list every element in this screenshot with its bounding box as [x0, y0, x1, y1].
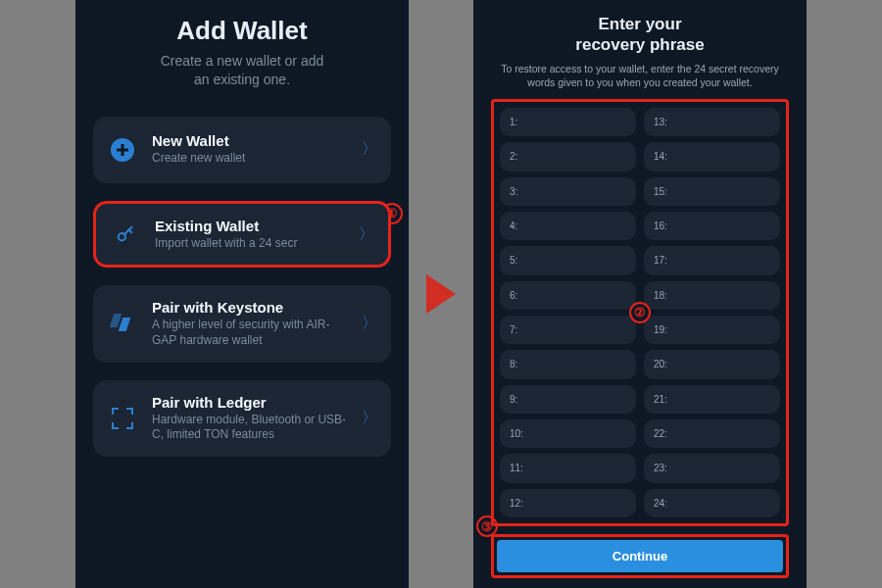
option-title: Pair with Keystone [152, 299, 348, 316]
option-desc: Create new wallet [152, 151, 348, 167]
chevron-right-icon: 〉 [362, 408, 377, 428]
recovery-word-input[interactable]: 10: [500, 419, 636, 448]
recovery-word-input[interactable]: 11: [500, 454, 636, 482]
chevron-right-icon: 〉 [359, 224, 374, 245]
recovery-word-input[interactable]: 8: [500, 350, 636, 378]
page-title: Enter your recovery phrase [491, 14, 789, 56]
flow-arrow-icon [426, 274, 456, 314]
option-existing-wallet[interactable]: Existing Wallet Import wallet with a 24 … [93, 201, 391, 269]
option-desc: Hardware module, Bluetooth or USB-C, lim… [152, 413, 348, 443]
option-desc: Import wallet with a 24 secr [155, 236, 345, 252]
step-callout-3: ③ [476, 515, 498, 537]
recovery-word-input[interactable]: 2: [500, 142, 636, 171]
recovery-word-input[interactable]: 5: [500, 246, 636, 274]
ledger-icon [107, 403, 138, 434]
recovery-word-input[interactable]: 23: [644, 454, 780, 482]
subtitle-line: Create a new wallet or add [161, 53, 324, 69]
recovery-word-input[interactable]: 13: [644, 108, 780, 136]
page-subtitle: Create a new wallet or add an existing o… [93, 52, 391, 89]
page-title: Add Wallet [93, 16, 391, 46]
option-desc: A higher level of security with AIR-GAP … [152, 318, 348, 348]
chevron-right-icon: 〉 [362, 139, 377, 160]
recovery-word-input[interactable]: 21: [644, 385, 780, 414]
recovery-word-grid-container: ② 1:13:2:14:3:15:4:16:5:17:6:18:7:19:8:2… [491, 99, 789, 526]
recovery-word-input[interactable]: 4: [500, 212, 636, 240]
option-pair-keystone[interactable]: Pair with Keystone A higher level of sec… [93, 285, 391, 362]
chevron-right-icon: 〉 [362, 314, 377, 334]
wallet-option-list: ① New Wallet Create new wallet 〉 Existin… [93, 117, 391, 457]
recovery-word-input[interactable]: 16: [644, 212, 780, 240]
recovery-word-input[interactable]: 9: [500, 385, 636, 414]
recovery-word-input[interactable]: 15: [644, 177, 780, 206]
recovery-word-input[interactable]: 7: [500, 316, 636, 344]
recovery-phrase-screen: Enter your recovery phrase To restore ac… [473, 0, 807, 588]
recovery-word-input[interactable]: 24: [644, 489, 780, 517]
recovery-word-input[interactable]: 18: [644, 281, 780, 310]
option-title: Existing Wallet [155, 218, 345, 234]
recovery-word-input[interactable]: 1: [500, 108, 636, 136]
recovery-word-input[interactable]: 12: [500, 489, 636, 517]
recovery-word-input[interactable]: 3: [500, 177, 636, 206]
keystone-icon [107, 308, 138, 339]
recovery-word-input[interactable]: 6: [500, 281, 636, 310]
option-title: New Wallet [152, 132, 348, 149]
continue-button-highlight: ③ Continue [491, 534, 789, 578]
option-pair-ledger[interactable]: Pair with Ledger Hardware module, Blueto… [93, 380, 391, 457]
subtitle-line: an existing one. [194, 72, 290, 87]
plus-circle-icon [107, 134, 138, 166]
option-new-wallet[interactable]: New Wallet Create new wallet 〉 [93, 117, 391, 183]
title-line: recovery phrase [575, 35, 704, 54]
recovery-word-input[interactable]: 17: [644, 246, 780, 274]
title-line: Enter your [598, 15, 681, 33]
recovery-word-input[interactable]: 19: [644, 316, 780, 344]
add-wallet-screen: Add Wallet Create a new wallet or add an… [75, 0, 409, 588]
continue-button[interactable]: Continue [497, 540, 783, 572]
page-subtitle: To restore access to your wallet, enter … [491, 62, 789, 89]
recovery-word-input[interactable]: 22: [644, 419, 780, 448]
recovery-word-input[interactable]: 20: [644, 350, 780, 378]
key-icon [110, 219, 141, 250]
recovery-word-input[interactable]: 14: [644, 142, 780, 171]
step-callout-2: ② [629, 302, 651, 323]
option-title: Pair with Ledger [152, 394, 348, 411]
